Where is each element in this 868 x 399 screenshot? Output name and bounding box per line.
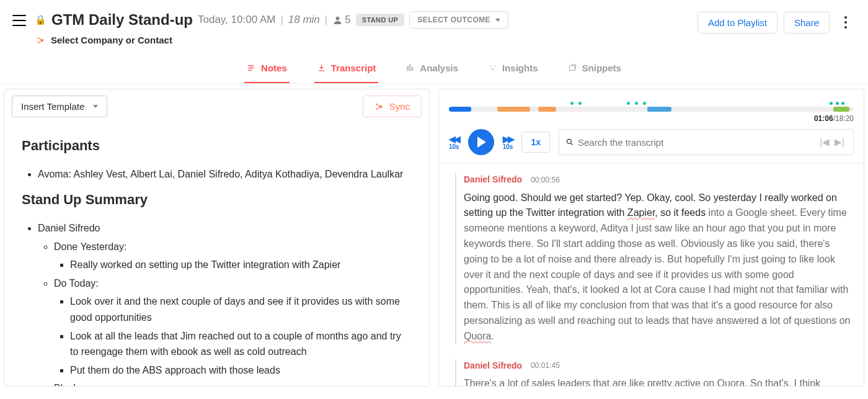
svg-line-17 xyxy=(571,143,573,145)
menu-button[interactable] xyxy=(12,15,26,26)
analysis-icon xyxy=(405,63,415,73)
transcript-search[interactable]: |◀ ▶| xyxy=(559,129,854,155)
meeting-title: GTM Daily Stand-up xyxy=(51,11,193,29)
meeting-type-badge[interactable]: STAND UP xyxy=(356,14,405,26)
entry-timestamp: 00:01:45 xyxy=(531,360,560,372)
current-time: 01:06 xyxy=(814,114,833,123)
tab-insights[interactable]: Insights xyxy=(485,55,541,83)
hubspot-icon xyxy=(36,36,45,45)
do-today-label: Do Today: xyxy=(54,276,412,292)
tab-notes[interactable]: Notes xyxy=(244,55,290,83)
done-item: Really worked on setting up the Twitter … xyxy=(70,257,412,273)
done-yesterday-label: Done Yesterday: xyxy=(54,239,412,255)
time-display: 01:06/18:20 xyxy=(449,114,854,123)
separator: | xyxy=(325,14,327,26)
tab-snippets[interactable]: Snippets xyxy=(565,55,624,83)
today-item: Look at all the leads that Jim reached o… xyxy=(70,328,412,360)
blockers-label: Blockers: xyxy=(54,380,412,386)
svg-line-14 xyxy=(377,104,379,105)
speaker-name: Daniel Sifredo xyxy=(464,359,522,373)
share-button[interactable]: Share xyxy=(784,12,830,34)
notes-content[interactable]: Participants Avoma: Ashley Vest, Albert … xyxy=(4,123,429,386)
sync-label: Sync xyxy=(389,101,410,112)
topic-markers xyxy=(449,102,854,107)
participants-heading: Participants xyxy=(22,135,412,156)
more-actions-button[interactable] xyxy=(836,11,856,34)
insert-template-label: Insert Template xyxy=(21,101,84,112)
svg-point-0 xyxy=(336,16,340,20)
transcript-panel: 01:06/18:20 ◀◀ 10s ▶▶ 10s 1x |◀ ▶| xyxy=(438,89,864,387)
transcript-entry[interactable]: Daniel Sifredo 00:01:45 There's a lot of… xyxy=(455,359,851,386)
tab-label: Insights xyxy=(502,63,538,73)
skip-fwd-label: 10s xyxy=(503,143,513,150)
svg-line-5 xyxy=(38,41,41,42)
svg-rect-10 xyxy=(569,66,575,71)
hubspot-icon xyxy=(374,102,383,111)
caret-down-icon xyxy=(495,19,500,22)
svg-point-16 xyxy=(567,139,571,143)
skip-forward-button[interactable]: ▶▶ 10s xyxy=(503,135,513,150)
sparkle-icon xyxy=(488,63,497,73)
caret-down-icon xyxy=(93,105,98,108)
add-to-playlist-button[interactable]: Add to Playlist xyxy=(698,12,777,34)
svg-point-6 xyxy=(490,65,491,66)
insert-template-dropdown[interactable]: Insert Template xyxy=(12,96,107,117)
svg-point-7 xyxy=(494,65,495,66)
entry-text: Going good. Should we get started? Yep. … xyxy=(464,191,851,344)
search-prev-button[interactable]: |◀ xyxy=(817,137,832,148)
summary-heading: Stand Up Summary xyxy=(22,189,412,210)
tab-label: Notes xyxy=(261,63,287,73)
skip-back-button[interactable]: ◀◀ 10s xyxy=(449,135,459,150)
company-selector[interactable]: Select Company or Contact xyxy=(51,35,172,45)
search-icon xyxy=(565,138,574,146)
tab-label: Analysis xyxy=(420,63,458,73)
transcript-entry[interactable]: Daniel Sifredo 00:00:56 Going good. Shou… xyxy=(455,173,851,344)
svg-line-4 xyxy=(38,38,41,39)
today-item: Put them do the ABS approach with those … xyxy=(70,362,412,379)
speaker-name: Daniel Sifredo xyxy=(464,173,522,187)
playback-speed-button[interactable]: 1x xyxy=(521,132,550,153)
meeting-datetime: Today, 10:00 AM xyxy=(198,14,275,26)
timeline-bar[interactable] xyxy=(449,107,854,112)
download-icon xyxy=(317,63,326,73)
tab-label: Snippets xyxy=(582,63,621,73)
snippets-icon xyxy=(568,63,577,73)
tab-analysis[interactable]: Analysis xyxy=(403,55,461,83)
search-next-button[interactable]: ▶| xyxy=(832,137,847,148)
today-item: Look over it and the next couple of days… xyxy=(70,294,412,325)
play-button[interactable] xyxy=(468,129,494,155)
meeting-duration: 18 min xyxy=(288,14,320,26)
participants-list: Avoma: Ashley Vest, Albert Lai, Daniel S… xyxy=(38,166,412,182)
lock-icon: 🔒 xyxy=(35,14,46,25)
outcome-label: SELECT OUTCOME xyxy=(417,16,490,24)
skip-back-label: 10s xyxy=(449,143,459,150)
tab-label: Transcript xyxy=(331,63,376,73)
entry-text: There's a lot of sales leaders that are … xyxy=(464,376,851,386)
tab-transcript[interactable]: Transcript xyxy=(314,55,379,83)
separator: | xyxy=(280,14,283,26)
total-time: 18:20 xyxy=(835,114,854,123)
entry-timestamp: 00:00:56 xyxy=(531,174,560,186)
participant-count[interactable]: 5 xyxy=(332,14,350,26)
participant-count-value: 5 xyxy=(345,14,350,26)
transcript-search-input[interactable] xyxy=(574,132,817,153)
notes-icon xyxy=(247,63,256,73)
notes-panel: Insert Template Sync Participants Avoma:… xyxy=(4,89,430,387)
timeline[interactable]: 01:06/18:20 xyxy=(439,89,864,125)
svg-line-15 xyxy=(377,107,379,109)
select-outcome-dropdown[interactable]: SELECT OUTCOME xyxy=(409,11,508,29)
sync-button[interactable]: Sync xyxy=(363,96,422,117)
svg-point-9 xyxy=(490,69,490,69)
person-icon xyxy=(332,15,343,25)
transcript-content[interactable]: Daniel Sifredo 00:00:56 Going good. Shou… xyxy=(439,163,864,386)
summary-speaker: Daniel Sifredo xyxy=(38,220,412,236)
svg-point-8 xyxy=(492,68,494,70)
